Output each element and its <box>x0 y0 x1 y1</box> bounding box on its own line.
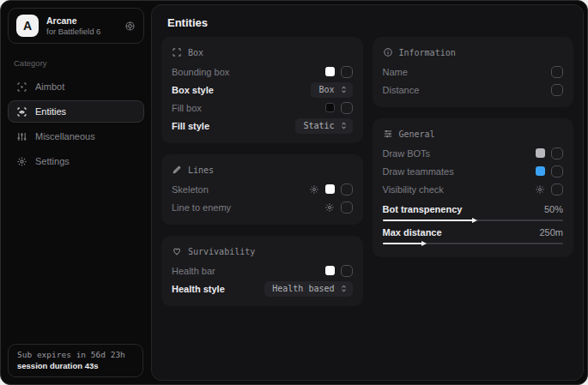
box-card-header: Box <box>172 44 353 61</box>
fill-box-label: Fill box <box>172 103 202 113</box>
lifebuoy-icon[interactable] <box>124 21 136 32</box>
max-distance-slider[interactable] <box>383 243 564 244</box>
gear-icon <box>16 156 27 167</box>
chevrons-up-down-icon <box>340 285 348 292</box>
chevrons-up-down-icon <box>340 122 348 129</box>
information-card: Information Name Distance <box>373 37 574 107</box>
health-style-label: Health style <box>172 284 225 294</box>
sidebar: A Arcane for Battlefield 6 Category <box>1 1 151 384</box>
box-style-dropdown[interactable]: Box <box>311 82 352 98</box>
scan-eye-icon <box>16 106 27 117</box>
lines-card-header: Lines <box>172 161 353 178</box>
draw-bots-label: Draw BOTs <box>383 148 431 159</box>
lines-card-title: Lines <box>188 165 214 175</box>
draw-bots-checkbox[interactable] <box>551 147 563 159</box>
fill-box-row: Fill box <box>172 99 353 117</box>
subscription-info: Sub expires in 56d 23h session duration … <box>8 344 143 377</box>
visibility-check-checkbox[interactable] <box>551 183 563 196</box>
max-distance-slider-thumb[interactable] <box>421 241 427 246</box>
general-card-title: General <box>399 129 435 139</box>
fill-style-dropdown[interactable]: Static <box>295 118 352 134</box>
draw-teammates-color-swatch[interactable] <box>536 166 545 176</box>
general-card: General Draw BOTs Draw teammates <box>373 118 574 257</box>
sliders-horizontal-icon <box>383 129 393 139</box>
bounding-box-row: Bounding box <box>172 63 353 81</box>
info-icon <box>383 47 393 57</box>
category-label: Category <box>14 58 138 68</box>
max-distance-label: Max distance <box>383 227 442 238</box>
health-bar-checkbox[interactable] <box>341 265 353 277</box>
draw-teammates-label: Draw teammates <box>383 166 454 177</box>
fill-style-row: Fill style Static <box>172 117 353 135</box>
sub-expiry-text: Sub expires in 56d 23h <box>17 350 134 359</box>
main-panel: Entities Box Bounding box <box>151 4 584 381</box>
survivability-card-title: Survivability <box>188 247 255 256</box>
line-to-enemy-settings-gear-icon[interactable] <box>324 202 335 213</box>
health-bar-label: Health bar <box>172 266 215 276</box>
fill-box-color-swatch[interactable] <box>325 103 335 112</box>
box-style-value: Box <box>318 85 334 94</box>
box-card: Box Bounding box Box style Box <box>161 37 363 143</box>
heart-icon <box>172 246 182 256</box>
box-style-label: Box style <box>172 85 214 95</box>
visibility-check-label: Visibility check <box>383 184 444 195</box>
page-title: Entities <box>152 5 583 37</box>
skeleton-checkbox[interactable] <box>341 183 353 196</box>
distance-checkbox[interactable] <box>551 84 563 96</box>
name-row: Name <box>383 63 564 81</box>
bounding-box-label: Bounding box <box>172 67 229 77</box>
line-to-enemy-label: Line to enemy <box>172 202 231 213</box>
sidebar-item-settings[interactable]: Settings <box>8 150 144 172</box>
survivability-card-header: Survivability <box>172 243 353 260</box>
scan-brackets-icon <box>172 47 182 57</box>
skeleton-color-swatch[interactable] <box>325 184 335 194</box>
fill-box-checkbox[interactable] <box>341 102 353 114</box>
cards-grid: Box Bounding box Box style Box <box>152 37 583 306</box>
sidebar-item-miscellaneous[interactable]: Miscellaneous <box>8 125 144 147</box>
box-card-title: Box <box>188 48 203 57</box>
name-checkbox[interactable] <box>551 66 563 78</box>
health-style-dropdown[interactable]: Health based <box>264 281 352 297</box>
box-style-row: Box style Box <box>172 81 353 99</box>
general-card-header: General <box>383 125 564 142</box>
fill-style-label: Fill style <box>172 121 209 131</box>
sidebar-nav: Aimbot Entities <box>8 75 144 172</box>
max-distance-value: 250m <box>539 227 563 238</box>
bot-transparency-slider[interactable] <box>383 220 564 221</box>
health-bar-color-swatch[interactable] <box>325 266 335 275</box>
survivability-card: Survivability Health bar Health style He… <box>161 236 363 306</box>
line-to-enemy-checkbox[interactable] <box>341 202 353 214</box>
draw-teammates-checkbox[interactable] <box>551 165 563 177</box>
app-window: A Arcane for Battlefield 6 Category <box>0 0 588 385</box>
sliders-vertical-icon <box>16 131 27 142</box>
left-column: Box Bounding box Box style Box <box>161 37 363 306</box>
fill-style-value: Static <box>303 121 334 130</box>
brand-name: Arcane <box>46 15 100 26</box>
information-card-title: Information <box>399 48 456 57</box>
bot-transparency-label: Bot transpenency <box>383 204 463 214</box>
session-duration-text: session duration 43s <box>17 361 134 370</box>
right-column: Information Name Distance <box>373 37 574 306</box>
sidebar-item-aimbot[interactable]: Aimbot <box>8 75 144 98</box>
health-style-row: Health style Health based <box>172 280 353 298</box>
max-distance-group: Max distance 250m <box>383 226 564 244</box>
bounding-box-checkbox[interactable] <box>341 66 353 78</box>
bounding-box-color-swatch[interactable] <box>325 67 335 76</box>
information-card-header: Information <box>383 44 564 61</box>
sidebar-item-entities[interactable]: Entities <box>8 100 144 123</box>
visibility-check-row: Visibility check <box>383 180 564 198</box>
skeleton-settings-gear-icon[interactable] <box>309 184 319 195</box>
line-to-enemy-row: Line to enemy <box>172 198 353 216</box>
sidebar-item-label: Entities <box>35 106 66 117</box>
bot-transparency-group: Bot transpenency 50% <box>383 202 564 221</box>
skeleton-label: Skeleton <box>172 184 209 195</box>
brand-logo: A <box>16 15 39 37</box>
bot-transparency-value: 50% <box>544 204 563 214</box>
distance-row: Distance <box>383 81 564 99</box>
draw-bots-row: Draw BOTs <box>383 144 564 162</box>
draw-bots-color-swatch[interactable] <box>536 148 545 158</box>
distance-label: Distance <box>383 85 420 95</box>
bot-transparency-slider-thumb[interactable] <box>472 218 477 223</box>
visibility-check-settings-gear-icon[interactable] <box>535 184 545 195</box>
pencil-line-icon <box>172 165 182 175</box>
